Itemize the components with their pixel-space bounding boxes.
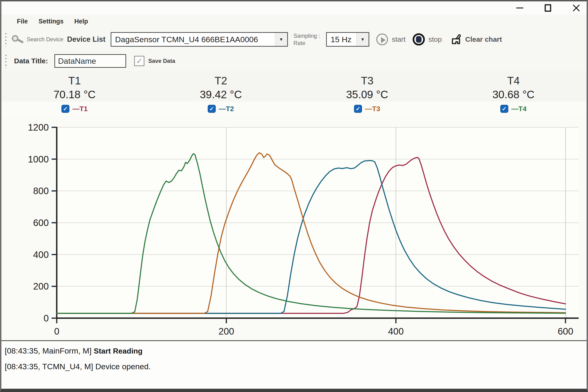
legend-label-t2: —T2 bbox=[219, 105, 234, 113]
log-line: [08:43:35, MainForm, M] Start Reading bbox=[5, 343, 586, 358]
check-icon: ✓ bbox=[136, 57, 143, 65]
series-toggle-t1[interactable]: ✓ bbox=[62, 105, 70, 113]
sensor-readout-t1: T1 70.18 °C bbox=[2, 74, 148, 102]
log-prefix: [08:43:35, MainForm, M] bbox=[5, 346, 92, 355]
close-button[interactable] bbox=[572, 4, 580, 12]
chart-section: 0200400600800100012000200400600 bbox=[2, 116, 586, 340]
sensor-value: 70.18 °C bbox=[2, 88, 148, 102]
sensor-readout-t3: T3 35.09 °C bbox=[294, 74, 440, 102]
legend-label-t1: —T1 bbox=[72, 105, 88, 113]
sensor-readout-t2: T2 39.42 °C bbox=[148, 74, 294, 102]
sensor-readouts: T1 70.18 °C T2 39.42 °C T3 35.09 °C T4 3… bbox=[2, 71, 586, 102]
series-legend: ✓ —T1 ✓ —T2 ✓ —T3 ✓ —T4 bbox=[2, 102, 586, 116]
legend-t4: ✓ —T4 bbox=[440, 105, 586, 113]
minimize-icon bbox=[516, 8, 523, 8]
chevron-down-icon[interactable]: ▾ bbox=[275, 33, 287, 46]
legend-label-t4: —T4 bbox=[511, 105, 526, 113]
svg-text:600: 600 bbox=[558, 326, 574, 336]
window-controls bbox=[515, 4, 580, 12]
maximize-icon bbox=[545, 4, 551, 12]
menu-file[interactable]: File bbox=[12, 18, 33, 25]
stop-button[interactable]: stop bbox=[413, 33, 442, 46]
search-device-label: Search Device bbox=[27, 36, 63, 43]
svg-text:400: 400 bbox=[33, 250, 49, 260]
legend-t3: ✓ —T3 bbox=[294, 105, 440, 113]
svg-text:200: 200 bbox=[33, 281, 49, 292]
log-panel: [08:43:35, MainForm, M] Start Reading [0… bbox=[2, 340, 586, 389]
legend-t2: ✓ —T2 bbox=[148, 105, 294, 113]
chevron-down-icon[interactable]: ▾ bbox=[356, 33, 368, 46]
clear-chart-button[interactable]: Clear chart bbox=[449, 33, 502, 46]
save-data-checkbox[interactable]: ✓ bbox=[134, 56, 144, 66]
minimize-button[interactable] bbox=[515, 4, 524, 12]
series-toggle-t2[interactable]: ✓ bbox=[208, 105, 216, 113]
legend-label-t3: —T3 bbox=[365, 105, 380, 113]
maximize-button[interactable] bbox=[544, 4, 552, 12]
legend-t1: ✓ —T1 bbox=[2, 105, 148, 113]
svg-text:200: 200 bbox=[218, 326, 234, 336]
save-data-label: Save Data bbox=[148, 58, 175, 64]
svg-text:1000: 1000 bbox=[28, 154, 49, 164]
sensor-value: 30.68 °C bbox=[440, 88, 586, 102]
data-title-input[interactable] bbox=[54, 54, 126, 68]
stop-icon bbox=[413, 33, 425, 46]
log-line: [08:43:35, TCMN_U4, M] Device opened. bbox=[5, 359, 586, 374]
close-icon bbox=[572, 4, 580, 12]
search-device-button[interactable]: Search Device bbox=[11, 33, 63, 46]
brush-icon bbox=[449, 33, 462, 46]
app-window: File Settings Help Search Device Device … bbox=[0, 0, 588, 392]
data-title-label: Data Title: bbox=[14, 57, 48, 65]
sensor-name: T2 bbox=[148, 74, 294, 88]
log-message: Start Reading bbox=[94, 347, 142, 355]
device-list-dropdown[interactable]: DagaSensor TCMN_U4 666BE1AA0006 ▾ bbox=[111, 32, 288, 47]
log-message: Device opened. bbox=[96, 362, 151, 371]
svg-text:1200: 1200 bbox=[28, 122, 49, 132]
toolbar-data: Data Title: ✓ Save Data bbox=[2, 51, 586, 71]
series-toggle-t4[interactable]: ✓ bbox=[500, 105, 508, 113]
sensor-name: T1 bbox=[2, 74, 148, 88]
device-list-label: Device List bbox=[67, 35, 106, 44]
toolbar-grip[interactable] bbox=[5, 32, 7, 47]
svg-text:0: 0 bbox=[44, 313, 49, 323]
sensor-readout-t4: T4 30.68 °C bbox=[440, 74, 586, 102]
toolbar-grip[interactable] bbox=[5, 54, 7, 68]
titlebar bbox=[2, 2, 586, 14]
menubar: File Settings Help bbox=[2, 14, 586, 28]
sensor-value: 35.09 °C bbox=[294, 88, 440, 102]
start-button[interactable]: start bbox=[376, 34, 405, 45]
sensor-name: T3 bbox=[294, 74, 440, 88]
sensor-value: 39.42 °C bbox=[148, 88, 294, 102]
series-toggle-t3[interactable]: ✓ bbox=[354, 105, 362, 113]
temperature-chart: 0200400600800100012000200400600 bbox=[2, 117, 586, 340]
svg-text:800: 800 bbox=[33, 186, 49, 196]
search-icon bbox=[11, 33, 24, 46]
svg-text:600: 600 bbox=[33, 218, 49, 228]
svg-text:0: 0 bbox=[54, 326, 59, 336]
sampling-rate-label: Sampling : Rate bbox=[294, 32, 320, 47]
device-list-value: DagaSensor TCMN_U4 666BE1AA0006 bbox=[111, 35, 275, 44]
sampling-rate-dropdown[interactable]: 15 Hz ▾ bbox=[326, 32, 369, 47]
sampling-rate-value: 15 Hz bbox=[327, 35, 356, 44]
start-icon bbox=[376, 34, 388, 45]
menu-help[interactable]: Help bbox=[69, 18, 94, 25]
sensor-name: T4 bbox=[440, 74, 586, 88]
toolbar-main: Search Device Device List DagaSensor TCM… bbox=[2, 28, 586, 51]
menu-settings[interactable]: Settings bbox=[33, 18, 69, 25]
svg-text:400: 400 bbox=[388, 326, 404, 336]
log-prefix: [08:43:35, TCMN_U4, M] bbox=[5, 362, 93, 371]
